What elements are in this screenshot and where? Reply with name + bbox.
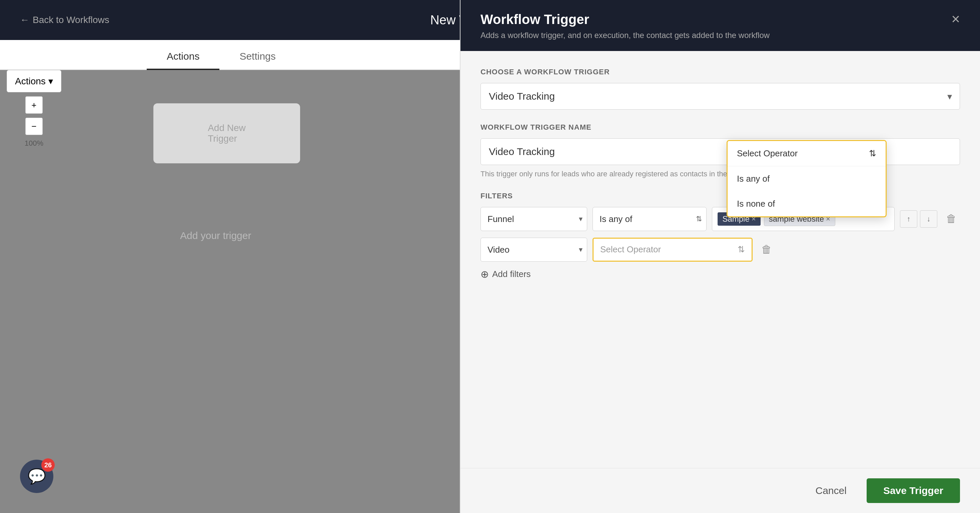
trigger-name-input[interactable] [480,138,960,165]
actions-label: Actions [15,76,46,87]
filter2-field-wrapper: Video ▾ [480,238,587,262]
filters-section: Funnel ▾ Is any of Is none of ⇅ Sample × [480,207,960,280]
actions-chevron-icon: ▾ [48,76,53,87]
choose-trigger-label: CHOOSE A WORKFLOW TRIGGER [480,68,960,76]
filter1-delete-btn[interactable]: 🗑 [943,210,960,228]
left-toolbar: Actions ▾ + − 100% [7,70,61,148]
filter1-operator-wrapper: Is any of Is none of ⇅ [593,207,706,231]
filter2-operator-select-box[interactable]: Select Operator ⇅ [593,238,752,262]
filter1-field-select[interactable]: Funnel [480,207,587,231]
filters-label: FILTERS [480,192,960,200]
filter2-field-select[interactable]: Video [480,238,587,262]
tab-actions[interactable]: Actions [147,51,220,70]
add-workflow-hint: Add your trigger [180,230,251,241]
filter1-move-down-btn[interactable]: ↓ [920,210,937,228]
chat-icon-btn[interactable]: 💬 26 [20,460,53,493]
trigger-name-label: WORKFLOW TRIGGER NAME [480,123,960,132]
filter2-operator-container: Select Operator ⇅ [593,238,752,262]
operator-dropdown-popup: Select Operator ⇅ Is any of Is none of [727,140,887,218]
filter1-operator-select[interactable]: Is any of Is none of [593,207,706,231]
operator-select-placeholder: Select Operator [737,148,798,159]
trigger-hint-text: This trigger only runs for leads who are… [480,170,960,178]
operator-option-is-any-of[interactable]: Is any of [727,166,886,191]
panel-body: CHOOSE A WORKFLOW TRIGGER Video Tracking… [460,51,980,468]
operator-select-header: Select Operator ⇅ [727,141,886,166]
chat-notification-badge: 26 [41,458,55,472]
add-filters-btn[interactable]: Add filters [480,268,531,280]
zoom-level: 100% [25,139,43,148]
filter2-operator-chevron-icon: ⇅ [738,245,745,255]
zoom-in-btn[interactable]: + [25,96,43,114]
panel-footer: Cancel Save Trigger [460,468,980,513]
add-trigger-card[interactable]: Add NewTrigger [153,103,300,164]
filter1-row-actions: ↑ ↓ [900,210,937,228]
panel-header: Workflow Trigger Adds a workflow trigger… [460,0,980,51]
filter2-delete-btn[interactable]: 🗑 [758,241,775,258]
trigger-type-select[interactable]: Video Tracking [480,83,960,110]
zoom-out-btn[interactable]: − [25,118,43,135]
filter-row-2: Video ▾ Select Operator ⇅ 🗑 [480,238,960,262]
tab-settings[interactable]: Settings [220,51,296,70]
right-panel: Workflow Trigger Adds a workflow trigger… [460,0,980,513]
filter1-move-up-btn[interactable]: ↑ [900,210,917,228]
cancel-btn[interactable]: Cancel [806,480,857,502]
back-to-workflows-link[interactable]: Back to Workflows [20,15,109,25]
panel-title: Workflow Trigger [480,12,770,27]
save-trigger-btn[interactable]: Save Trigger [867,478,960,503]
operator-option-is-none-of[interactable]: Is none of [727,191,886,216]
filter-row-1: Funnel ▾ Is any of Is none of ⇅ Sample × [480,207,960,231]
filter1-field-wrapper: Funnel ▾ [480,207,587,231]
panel-close-btn[interactable]: × [951,11,960,27]
operator-select-chevron-icon: ⇅ [869,148,876,159]
add-filters-label: Add filters [492,269,531,280]
actions-dropdown-btn[interactable]: Actions ▾ [7,70,61,92]
chat-widget: 💬 26 [20,460,53,493]
panel-subtitle: Adds a workflow trigger, and on executio… [480,30,770,41]
add-trigger-text: Add NewTrigger [208,123,246,144]
trigger-type-select-wrapper: Video Tracking ▾ [480,83,960,110]
filter2-operator-placeholder: Select Operator [600,245,661,255]
